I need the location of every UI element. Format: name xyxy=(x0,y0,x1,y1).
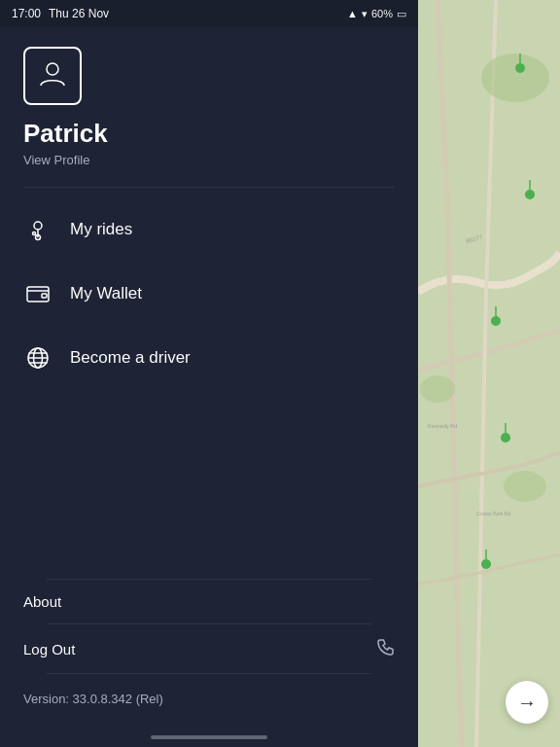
svg-point-13 xyxy=(525,190,535,199)
sidebar: 17:00 Thu 26 Nov ▲ ▾ 60% ▭ Patrick View … xyxy=(0,0,418,747)
svg-point-1 xyxy=(34,222,42,230)
svg-text:Kennedy Rd: Kennedy Rd xyxy=(428,423,457,429)
status-bar: 17:00 Thu 26 Nov ▲ ▾ 60% ▭ xyxy=(0,0,418,27)
avatar[interactable] xyxy=(23,47,82,105)
battery-icon: ▭ xyxy=(397,8,406,20)
rides-icon xyxy=(23,215,52,244)
about-item[interactable]: About xyxy=(23,580,395,623)
wallet-icon xyxy=(23,279,52,308)
about-label: About xyxy=(23,593,61,610)
logout-label: Log Out xyxy=(23,641,75,658)
avatar-icon xyxy=(35,56,70,95)
wifi-icon: ▾ xyxy=(362,8,368,20)
map-area: B6177 Kennedy Rd Cowan Park Rd → xyxy=(418,0,560,747)
svg-point-11 xyxy=(504,471,546,502)
phone-icon xyxy=(377,638,395,659)
signal-icon: ▲ xyxy=(347,8,358,19)
menu-item-my-rides[interactable]: My rides xyxy=(0,197,418,262)
svg-point-12 xyxy=(515,63,525,73)
battery-indicator: 60% xyxy=(371,8,393,19)
map-svg: B6177 Kennedy Rd Cowan Park Rd xyxy=(418,0,560,747)
svg-point-3 xyxy=(33,232,36,235)
svg-point-9 xyxy=(481,53,549,102)
menu-item-my-wallet[interactable]: My Wallet xyxy=(0,262,418,326)
status-time: 17:00 xyxy=(12,7,41,20)
menu-list: My rides My Wallet xyxy=(0,188,418,579)
user-name: Patrick xyxy=(23,119,395,149)
svg-point-10 xyxy=(420,375,455,403)
svg-point-16 xyxy=(481,559,491,569)
bottom-section: About Log Out Version: 33.0.8.342 (Rel) xyxy=(0,579,418,747)
svg-rect-5 xyxy=(42,294,47,298)
become-driver-label: Become a driver xyxy=(70,348,191,368)
svg-point-14 xyxy=(491,316,501,326)
svg-point-15 xyxy=(501,433,510,443)
menu-item-become-driver[interactable]: Become a driver xyxy=(0,326,418,390)
version-item: Version: 33.0.8.342 (Rel) xyxy=(23,674,395,724)
status-date: Thu 26 Nov xyxy=(49,7,109,20)
nav-indicator xyxy=(151,735,267,739)
profile-section: Patrick View Profile xyxy=(0,0,418,187)
svg-rect-8 xyxy=(418,0,560,747)
logout-item[interactable]: Log Out xyxy=(23,624,395,673)
globe-icon xyxy=(23,343,52,373)
my-wallet-label: My Wallet xyxy=(70,284,142,303)
my-rides-label: My rides xyxy=(70,220,132,239)
version-text: Version: 33.0.8.342 (Rel) xyxy=(23,688,163,710)
view-profile-link[interactable]: View Profile xyxy=(23,153,395,167)
map-arrow-button[interactable]: → xyxy=(506,681,548,724)
arrow-right-icon: → xyxy=(517,692,537,714)
svg-text:Cowan Park Rd: Cowan Park Rd xyxy=(476,511,510,516)
svg-point-0 xyxy=(47,63,58,75)
